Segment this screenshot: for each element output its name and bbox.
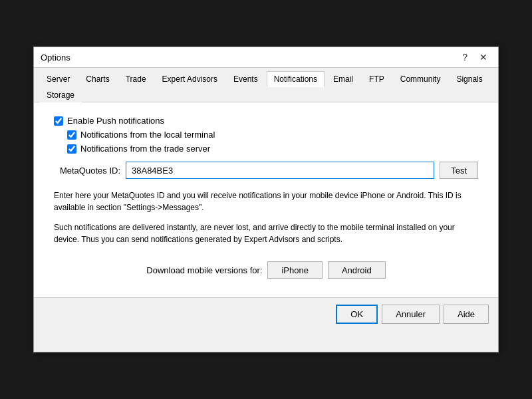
info-text-1: Enter here your MetaQuotes ID and you wi… [54, 190, 478, 213]
cancel-button[interactable]: Annuler [382, 305, 440, 324]
tab-email[interactable]: Email [326, 71, 360, 87]
options-window: Options ? ✕ Server Charts Trade Expert A… [33, 47, 499, 352]
tab-bar: Server Charts Trade Expert Advisors Even… [34, 68, 498, 102]
checkbox-group: Enable Push notifications Notifications … [54, 116, 478, 154]
tab-signals[interactable]: Signals [449, 71, 489, 87]
trade-server-label: Notifications from the trade server [80, 144, 210, 154]
window-title: Options [41, 53, 70, 63]
iphone-button[interactable]: iPhone [267, 261, 322, 279]
metaquotes-row: MetaQuotes ID: Test [54, 162, 478, 179]
title-bar-controls: ? ✕ [458, 51, 491, 63]
tab-expert-advisors[interactable]: Expert Advisors [155, 71, 225, 87]
trade-server-row: Notifications from the trade server [67, 144, 478, 154]
help-button[interactable]: ? [458, 51, 471, 63]
tab-storage[interactable]: Storage [39, 87, 82, 102]
download-label: Download mobile versions for: [146, 265, 262, 275]
enable-push-label: Enable Push notifications [67, 116, 164, 126]
test-button[interactable]: Test [440, 162, 478, 179]
enable-push-checkbox[interactable] [54, 116, 63, 126]
help-footer-button[interactable]: Aide [444, 305, 489, 324]
local-terminal-label: Notifications from the local terminal [80, 130, 215, 140]
tab-notifications[interactable]: Notifications [267, 71, 325, 87]
enable-push-row: Enable Push notifications [54, 116, 478, 126]
close-button[interactable]: ✕ [475, 51, 491, 63]
tab-server[interactable]: Server [39, 71, 77, 87]
android-button[interactable]: Android [328, 261, 386, 279]
metaquotes-input[interactable] [126, 162, 434, 179]
metaquotes-label: MetaQuotes ID: [54, 166, 120, 176]
tab-trade[interactable]: Trade [118, 71, 154, 87]
ok-button[interactable]: OK [336, 305, 378, 324]
tab-events[interactable]: Events [226, 71, 265, 87]
tab-charts[interactable]: Charts [78, 71, 116, 87]
info-text-2: Such notifications are delivered instant… [54, 221, 478, 245]
content-area: Enable Push notifications Notifications … [34, 102, 498, 297]
title-bar: Options ? ✕ [34, 47, 498, 68]
footer: OK Annuler Aide [34, 297, 498, 331]
trade-server-checkbox[interactable] [67, 144, 76, 154]
download-row: Download mobile versions for: iPhone And… [54, 261, 478, 279]
local-terminal-checkbox[interactable] [67, 130, 76, 140]
tab-ftp[interactable]: FTP [362, 71, 392, 87]
tab-community[interactable]: Community [393, 71, 448, 87]
local-terminal-row: Notifications from the local terminal [67, 130, 478, 140]
